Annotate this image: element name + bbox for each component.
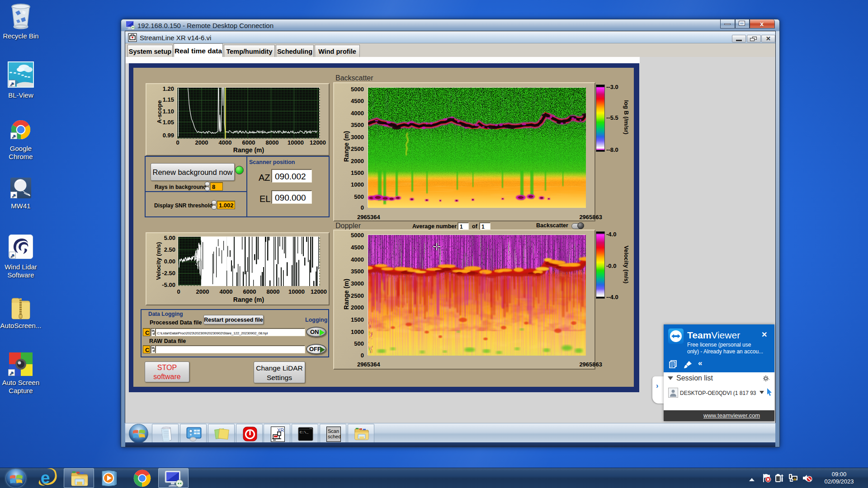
svg-text:sched: sched [328, 434, 341, 439]
svg-text:C:\_: C:\_ [300, 430, 308, 434]
svg-text:Scan: Scan [328, 428, 339, 434]
